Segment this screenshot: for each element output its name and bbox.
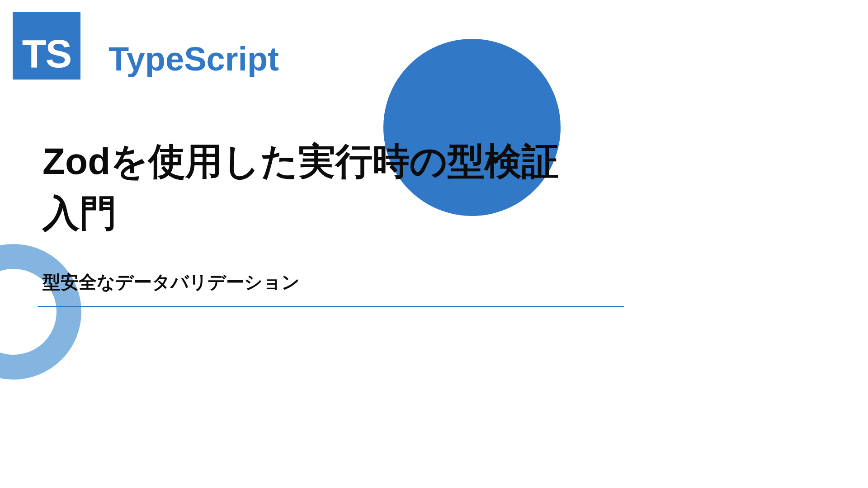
slide-container: TS TypeScript Zodを使用した実行時の型検証入門 型安全なデータバ…	[0, 0, 662, 352]
typescript-logo-icon: TS	[13, 12, 80, 80]
slide-title: Zodを使用した実行時の型検証入門	[42, 136, 585, 239]
slide-subtitle: 型安全なデータバリデーション	[42, 270, 300, 295]
header-label: TypeScript	[108, 40, 279, 78]
decorative-ring-icon	[0, 244, 81, 380]
logo-text: TS	[22, 31, 71, 77]
divider-line	[38, 306, 624, 307]
